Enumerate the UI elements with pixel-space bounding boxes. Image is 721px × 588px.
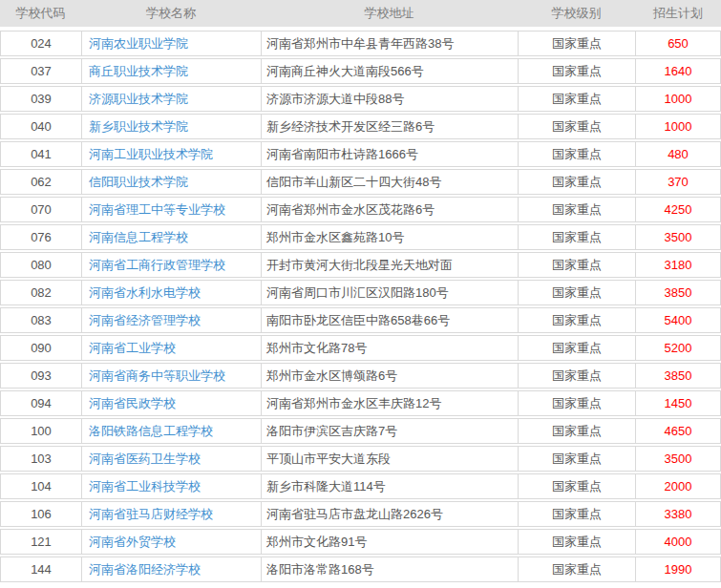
table-row: 082 河南省水利水电学校 河南省周口市川汇区汉阳路180号 国家重点 3850 bbox=[0, 280, 721, 305]
enrollment-plan-cell: 370 bbox=[635, 170, 720, 194]
school-name-link[interactable]: 河南工业职业技术学院 bbox=[89, 147, 213, 161]
school-name-link[interactable]: 河南信息工程学校 bbox=[89, 230, 188, 244]
table-row: 062 信阳职业技术学院 信阳市羊山新区二十四大街48号 国家重点 370 bbox=[0, 169, 721, 195]
school-address-cell: 河南省郑州市金水区茂花路6号 bbox=[261, 198, 518, 221]
school-level-cell: 国家重点 bbox=[518, 364, 635, 388]
school-name-link[interactable]: 河南省工业科技学校 bbox=[89, 479, 201, 494]
school-level-cell: 国家重点 bbox=[518, 253, 635, 277]
enrollment-plan-cell: 3380 bbox=[635, 502, 720, 526]
table-row: 070 河南省理工中等专业学校 河南省郑州市金水区茂花路6号 国家重点 4250 bbox=[0, 197, 721, 222]
school-name-cell: 河南省工业学校 bbox=[81, 336, 261, 360]
school-name-link[interactable]: 新乡职业技术学院 bbox=[89, 119, 188, 134]
school-name-link[interactable]: 河南省工业学校 bbox=[89, 341, 176, 355]
enrollment-plan-cell: 1990 bbox=[635, 557, 720, 581]
school-code-cell: 100 bbox=[1, 419, 81, 443]
school-name-cell: 河南工业职业技术学院 bbox=[81, 142, 261, 166]
school-name-link[interactable]: 洛阳铁路信息工程学校 bbox=[89, 424, 213, 438]
school-name-link[interactable]: 河南省民政学校 bbox=[89, 396, 176, 410]
enrollment-plan-cell: 4250 bbox=[635, 198, 720, 221]
school-name-link[interactable]: 济源职业技术学院 bbox=[89, 92, 188, 106]
school-name-link[interactable]: 河南省外贸学校 bbox=[89, 535, 176, 549]
school-code-cell: 103 bbox=[1, 447, 81, 471]
school-name-cell: 河南省工业科技学校 bbox=[81, 474, 261, 498]
school-level-cell: 国家重点 bbox=[518, 170, 635, 194]
school-name-link[interactable]: 河南省工商行政管理学校 bbox=[89, 258, 225, 272]
school-name-link[interactable]: 河南省理工中等专业学校 bbox=[89, 202, 225, 217]
table-row: 090 河南省工业学校 郑州市文化路78号 国家重点 5200 bbox=[0, 335, 721, 361]
school-name-link[interactable]: 河南省洛阳经济学校 bbox=[89, 562, 201, 577]
school-level-cell: 国家重点 bbox=[518, 115, 635, 138]
enrollment-plan-cell: 5200 bbox=[635, 336, 720, 360]
school-level-cell: 国家重点 bbox=[518, 198, 635, 221]
school-code-cell: 070 bbox=[1, 198, 81, 221]
school-name-cell: 信阳职业技术学院 bbox=[81, 170, 261, 194]
enrollment-plan-cell: 3850 bbox=[635, 281, 720, 304]
school-code-cell: 121 bbox=[1, 530, 81, 554]
school-name-link[interactable]: 河南省商务中等职业学校 bbox=[89, 368, 225, 383]
school-name-cell: 河南省民政学校 bbox=[81, 391, 261, 415]
table-row: 103 河南省医药卫生学校 平顶山市平安大道东段 国家重点 3500 bbox=[0, 446, 721, 472]
school-name-link[interactable]: 河南省水利水电学校 bbox=[89, 285, 201, 300]
school-level-cell: 国家重点 bbox=[518, 502, 635, 526]
enrollment-plan-cell: 3850 bbox=[635, 364, 720, 388]
school-code-cell: 144 bbox=[1, 557, 81, 581]
enrollment-plan-cell: 3180 bbox=[635, 253, 720, 277]
school-code-cell: 062 bbox=[1, 170, 81, 194]
school-name-link[interactable]: 河南省医药卫生学校 bbox=[89, 452, 201, 466]
school-name-cell: 河南省医药卫生学校 bbox=[81, 447, 261, 471]
school-name-cell: 洛阳铁路信息工程学校 bbox=[81, 419, 261, 443]
table-header: 学校代码 学校名称 学校地址 学校级别 招生计划 bbox=[0, 0, 721, 27]
school-level-cell: 国家重点 bbox=[518, 336, 635, 360]
school-code-cell: 082 bbox=[1, 281, 81, 304]
school-level-cell: 国家重点 bbox=[518, 530, 635, 554]
enrollment-plan-cell: 4650 bbox=[635, 419, 720, 443]
school-level-cell: 国家重点 bbox=[518, 225, 635, 249]
school-level-cell: 国家重点 bbox=[518, 32, 635, 55]
school-code-cell: 090 bbox=[1, 336, 81, 360]
table-row: 121 河南省外贸学校 郑州市文化路91号 国家重点 4000 bbox=[0, 529, 721, 555]
school-name-link[interactable]: 信阳职业技术学院 bbox=[89, 175, 188, 189]
school-address-cell: 河南省郑州市中牟县青年西路38号 bbox=[261, 32, 518, 55]
school-name-cell: 河南农业职业学院 bbox=[81, 32, 261, 55]
enrollment-plan-cell: 1000 bbox=[635, 87, 720, 111]
column-header-school-code: 学校代码 bbox=[0, 0, 81, 27]
table-row: 080 河南省工商行政管理学校 开封市黄河大街北段星光天地对面 国家重点 318… bbox=[0, 252, 721, 278]
school-code-cell: 083 bbox=[1, 308, 81, 332]
school-code-cell: 080 bbox=[1, 253, 81, 277]
school-name-cell: 河南省外贸学校 bbox=[81, 530, 261, 554]
column-header-school-level: 学校级别 bbox=[518, 0, 635, 27]
school-name-cell: 河南省工商行政管理学校 bbox=[81, 253, 261, 277]
column-header-enrollment-plan: 招生计划 bbox=[635, 0, 721, 27]
school-code-cell: 093 bbox=[1, 364, 81, 388]
school-level-cell: 国家重点 bbox=[518, 308, 635, 332]
school-level-cell: 国家重点 bbox=[518, 419, 635, 443]
school-code-cell: 039 bbox=[1, 87, 81, 111]
enrollment-plan-cell: 480 bbox=[635, 142, 720, 166]
school-name-cell: 河南省驻马店财经学校 bbox=[81, 502, 261, 526]
school-address-cell: 河南省周口市川汇区汉阳路180号 bbox=[261, 281, 518, 304]
enrollment-plan-cell: 3500 bbox=[635, 225, 720, 249]
school-name-cell: 新乡职业技术学院 bbox=[81, 115, 261, 138]
school-code-cell: 106 bbox=[1, 502, 81, 526]
school-name-link[interactable]: 河南省经济管理学校 bbox=[89, 313, 201, 327]
school-code-cell: 094 bbox=[1, 391, 81, 415]
table-row: 094 河南省民政学校 河南省郑州市金水区丰庆路12号 国家重点 1450 bbox=[0, 390, 721, 416]
school-code-cell: 037 bbox=[1, 59, 81, 83]
school-name-cell: 河南信息工程学校 bbox=[81, 225, 261, 249]
school-name-cell: 河南省经济管理学校 bbox=[81, 308, 261, 332]
school-name-cell: 济源职业技术学院 bbox=[81, 87, 261, 111]
school-address-cell: 开封市黄河大街北段星光天地对面 bbox=[261, 253, 518, 277]
school-level-cell: 国家重点 bbox=[518, 87, 635, 111]
school-address-cell: 河南省驻马店市盘龙山路2626号 bbox=[261, 502, 518, 526]
enrollment-plan-cell: 1000 bbox=[635, 115, 720, 138]
column-header-school-address: 学校地址 bbox=[261, 0, 518, 27]
school-name-link[interactable]: 河南省驻马店财经学校 bbox=[89, 507, 213, 521]
school-level-cell: 国家重点 bbox=[518, 447, 635, 471]
school-name-link[interactable]: 河南农业职业学院 bbox=[89, 36, 188, 51]
school-code-cell: 076 bbox=[1, 225, 81, 249]
school-name-link[interactable]: 商丘职业技术学院 bbox=[89, 64, 188, 78]
table-row: 039 济源职业技术学院 济源市济源大道中段88号 国家重点 1000 bbox=[0, 86, 721, 112]
school-code-cell: 041 bbox=[1, 142, 81, 166]
school-level-cell: 国家重点 bbox=[518, 281, 635, 304]
table-row: 037 商丘职业技术学院 河南商丘神火大道南段566号 国家重点 1640 bbox=[0, 58, 721, 84]
